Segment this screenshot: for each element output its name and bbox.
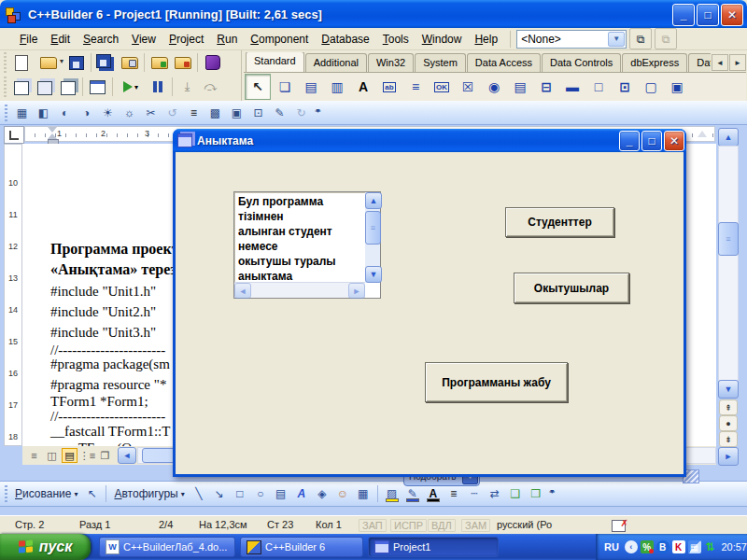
web-layout-view-button[interactable]: ◫ (44, 448, 60, 463)
insert-picture-icon[interactable]: ▦ (12, 104, 32, 122)
toolbar-gripper[interactable] (5, 485, 7, 502)
scroll-left-button[interactable]: ◄ (118, 447, 136, 464)
trace-into-button[interactable]: ⤓ (176, 77, 198, 97)
help-contents-button[interactable] (202, 52, 223, 73)
shadow-style-icon[interactable]: ❑ (506, 484, 525, 503)
set-debug-desktop-button[interactable]: ⧉ (655, 28, 677, 49)
line-color-icon[interactable]: ✎ (403, 484, 422, 503)
button-component-icon[interactable]: OK (430, 75, 454, 99)
toolbar-options-chevron[interactable]: ▼▔ (546, 484, 558, 503)
run-button[interactable]: ▾ (117, 77, 145, 97)
outline-view-button[interactable]: ⋮≡ (79, 448, 95, 463)
step-over-button[interactable]: ⤼ (200, 77, 221, 97)
three-d-style-icon[interactable]: ❒ (527, 484, 545, 503)
maximize-button[interactable]: □ (697, 4, 719, 26)
diagram-icon[interactable]: ◈ (313, 484, 331, 503)
arrow-icon[interactable]: ↘ (210, 484, 229, 503)
status-flag-revisions[interactable]: ИСПР (390, 519, 427, 532)
menu-edit[interactable]: Edit (44, 31, 77, 48)
frames-component-icon[interactable]: ❏ (273, 75, 297, 99)
reset-picture-icon[interactable]: ↻ (291, 104, 311, 122)
edit-component-icon[interactable]: ab (377, 75, 402, 99)
next-page-button[interactable]: ⇟ (719, 431, 738, 447)
scroll-left-button[interactable]: ◄ (234, 283, 251, 299)
line-style-icon[interactable]: ≡ (184, 104, 204, 122)
scroll-down-button[interactable]: ▼ (718, 380, 739, 399)
scroll-up-button[interactable]: ▲ (718, 128, 739, 147)
panel-component-icon[interactable]: ▢ (639, 75, 663, 99)
status-flag-overtype[interactable]: ЗАМ (461, 519, 490, 532)
reading-layout-button[interactable]: ❐ (97, 448, 113, 463)
open-project-button[interactable] (119, 52, 140, 73)
bluetooth-tray-icon[interactable]: B (656, 540, 669, 553)
line-icon[interactable]: ╲ (190, 484, 208, 503)
cursor-icon[interactable]: ↖ (245, 74, 271, 100)
scrollbar-thumb[interactable] (365, 211, 381, 245)
menu-view[interactable]: View (125, 31, 162, 48)
listbox-component-icon[interactable]: ▤ (508, 75, 532, 99)
label-component-icon[interactable]: A (351, 75, 375, 99)
previous-page-button[interactable]: ⇞ (719, 399, 738, 415)
vertical-ruler[interactable]: 10 11 12 13 14 15 16 17 18 (4, 144, 22, 446)
remove-file-from-project-button[interactable] (172, 52, 193, 73)
network-activity-tray-icon[interactable]: ⇅ (704, 540, 717, 553)
scroll-right-button[interactable]: ► (718, 447, 739, 466)
indent-markers[interactable] (48, 127, 56, 145)
toolbar-gripper[interactable] (5, 105, 7, 121)
rectangle-icon[interactable]: □ (231, 484, 249, 503)
display-tray-icon[interactable]: ▦ (688, 540, 701, 553)
students-button[interactable]: Студенттер (505, 207, 614, 237)
view-form-button[interactable] (34, 77, 55, 97)
toolbar-options-chevron[interactable]: ▼▔ (312, 104, 324, 122)
menu-window[interactable]: Window (416, 31, 469, 48)
text-box-icon[interactable]: ▤ (272, 484, 290, 503)
memo-horizontal-scrollbar[interactable]: ◄ ► (234, 282, 365, 298)
dialog-title-bar[interactable]: Аныктама _ □ ✕ (173, 129, 686, 152)
vertical-scrollbar-track[interactable] (718, 146, 739, 381)
task-cpp-builder[interactable]: C++Builder 6 (240, 537, 363, 557)
more-contrast-icon[interactable]: ◐ (55, 104, 75, 122)
scrollbar-component-icon[interactable]: ▬ (560, 75, 585, 99)
popupmenu-component-icon[interactable]: ▥ (325, 75, 349, 99)
right-indent-marker[interactable] (698, 131, 707, 137)
save-button[interactable] (65, 52, 87, 73)
clip-art-icon[interactable]: ☺ (333, 484, 352, 503)
mainmenu-component-icon[interactable]: ▤ (299, 75, 323, 99)
menu-tools[interactable]: Tools (376, 31, 416, 48)
menu-help[interactable]: Help (468, 31, 504, 48)
font-color-icon[interactable]: А (424, 484, 443, 503)
menu-file[interactable]: File (13, 31, 44, 48)
rotate-left-icon[interactable]: ↺ (162, 104, 182, 122)
maximize-button[interactable]: □ (641, 131, 662, 151)
new-form-button[interactable] (87, 77, 108, 97)
checkbox-component-icon[interactable]: ☒ (456, 75, 480, 99)
task-word-document[interactable]: W C++BuilderЛаб_4.do... (99, 537, 235, 557)
kaspersky-tray-icon[interactable]: K (672, 540, 685, 553)
scroll-up-button[interactable]: ▲ (365, 192, 382, 209)
start-button[interactable]: пуск (0, 534, 91, 560)
palette-tab-additional[interactable]: Additional (305, 53, 367, 72)
toolbar-gripper[interactable] (4, 77, 7, 97)
less-brightness-icon[interactable]: ☼ (120, 104, 139, 122)
close-button[interactable]: ✕ (664, 131, 684, 151)
palette-tab-dbexpress[interactable]: dbExpress (622, 53, 687, 72)
fill-color-icon[interactable]: ▨ (383, 484, 402, 503)
format-picture-icon[interactable]: ⊡ (248, 104, 268, 122)
set-transparent-color-icon[interactable]: ✎ (270, 104, 289, 122)
palette-scroll-left-button[interactable]: ◄ (712, 54, 728, 71)
groupbox-component-icon[interactable]: □ (586, 75, 611, 99)
pause-button[interactable] (147, 77, 168, 97)
combobox-component-icon[interactable]: ⊟ (534, 75, 558, 99)
dash-style-icon[interactable]: ┄ (465, 484, 484, 503)
messenger-tray-icon[interactable]: % (641, 540, 654, 553)
memo-component-icon[interactable]: ≡ (403, 75, 428, 99)
minimize-button[interactable]: _ (672, 4, 695, 26)
hide-icons-chevron[interactable]: ‹ (625, 540, 638, 553)
save-desktop-button[interactable]: ⧉ (629, 28, 652, 49)
spelling-status-icon[interactable] (612, 520, 626, 532)
text-wrapping-icon[interactable]: ▣ (227, 104, 247, 122)
scroll-right-button[interactable]: ► (348, 283, 365, 299)
radiogroup-component-icon[interactable]: ⊡ (613, 75, 637, 99)
palette-tab-data-access[interactable]: Data Access (467, 53, 541, 72)
language-indicator[interactable]: RU (601, 539, 622, 554)
